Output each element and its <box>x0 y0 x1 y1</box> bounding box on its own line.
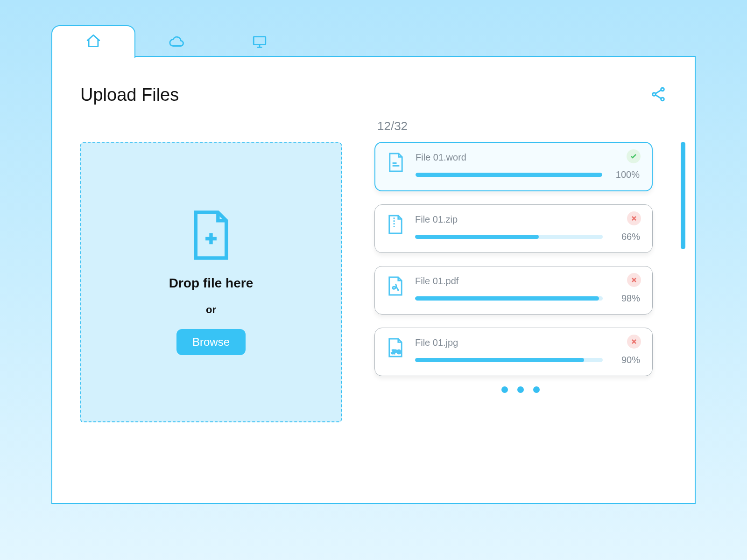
upload-count: 12/32 <box>377 119 667 133</box>
file-card[interactable]: JPGFile 01.jpg90% <box>374 328 653 376</box>
svg-rect-0 <box>254 37 266 45</box>
svg-point-3 <box>661 98 664 101</box>
file-name: File 01.word <box>416 152 640 163</box>
close-icon[interactable] <box>627 273 641 287</box>
page-title: Upload Files <box>80 85 179 105</box>
file-card[interactable]: File 01.zip66% <box>374 204 653 253</box>
dot[interactable] <box>501 386 508 393</box>
check-icon[interactable] <box>627 149 641 163</box>
file-card[interactable]: File 01.word100% <box>374 142 653 191</box>
home-icon <box>85 33 101 51</box>
progress-fill <box>415 235 539 239</box>
file-body: File 01.pdf98% <box>415 276 640 304</box>
tabs <box>51 25 301 58</box>
progress-row: 100% <box>416 169 640 180</box>
file-list: File 01.word100%File 01.zip66%File 01.pd… <box>374 142 667 376</box>
or-text: or <box>206 304 216 316</box>
svg-text:JPG: JPG <box>391 350 401 355</box>
progress-percent: 66% <box>613 231 640 242</box>
svg-point-1 <box>661 88 664 91</box>
uploads-panel: 12/32 File 01.word100%File 01.zip66%File… <box>374 119 667 489</box>
file-name: File 01.pdf <box>415 276 640 287</box>
progress-row: 90% <box>415 355 640 365</box>
file-body: File 01.word100% <box>416 152 640 180</box>
browse-button[interactable]: Browse <box>176 329 246 355</box>
main: Drop file here or Browse 12/32 File 01.w… <box>80 119 667 489</box>
share-button[interactable] <box>650 86 667 105</box>
file-body: File 01.jpg90% <box>415 337 640 365</box>
progress-percent: 100% <box>613 169 640 180</box>
file-type-icon <box>388 152 404 175</box>
drop-text: Drop file here <box>169 276 253 291</box>
file-name: File 01.zip <box>415 214 640 225</box>
close-icon[interactable] <box>627 211 641 225</box>
progress-row: 66% <box>415 231 640 242</box>
file-type-icon <box>387 214 404 237</box>
file-name: File 01.jpg <box>415 337 640 348</box>
progress-bar <box>415 296 603 301</box>
scrollbar[interactable] <box>681 142 685 249</box>
progress-bar <box>415 235 603 239</box>
progress-row: 98% <box>415 293 640 304</box>
dot[interactable] <box>517 386 524 393</box>
file-plus-icon <box>190 210 232 263</box>
content: Upload Files Drop file here or Browse 12… <box>52 57 695 503</box>
tab-cloud[interactable] <box>134 26 218 59</box>
close-icon[interactable] <box>627 335 641 349</box>
progress-fill <box>415 358 584 362</box>
tab-desktop[interactable] <box>218 26 302 59</box>
pagination-dots <box>374 386 667 393</box>
monitor-icon <box>252 34 268 52</box>
progress-bar <box>416 173 602 177</box>
progress-fill <box>416 173 602 177</box>
dot[interactable] <box>533 386 540 393</box>
progress-bar <box>415 358 603 362</box>
svg-point-2 <box>653 92 656 96</box>
file-body: File 01.zip66% <box>415 214 640 242</box>
file-type-icon <box>387 276 404 298</box>
file-type-icon: JPG <box>387 337 404 360</box>
progress-percent: 90% <box>613 355 640 365</box>
progress-percent: 98% <box>613 293 640 304</box>
file-card[interactable]: File 01.pdf98% <box>374 266 653 315</box>
upload-panel: Upload Files Drop file here or Browse 12… <box>51 56 696 504</box>
header: Upload Files <box>80 85 667 105</box>
cloud-icon <box>169 34 184 52</box>
dropzone[interactable]: Drop file here or Browse <box>80 142 342 422</box>
tab-home[interactable] <box>51 25 135 58</box>
progress-fill <box>415 296 599 301</box>
